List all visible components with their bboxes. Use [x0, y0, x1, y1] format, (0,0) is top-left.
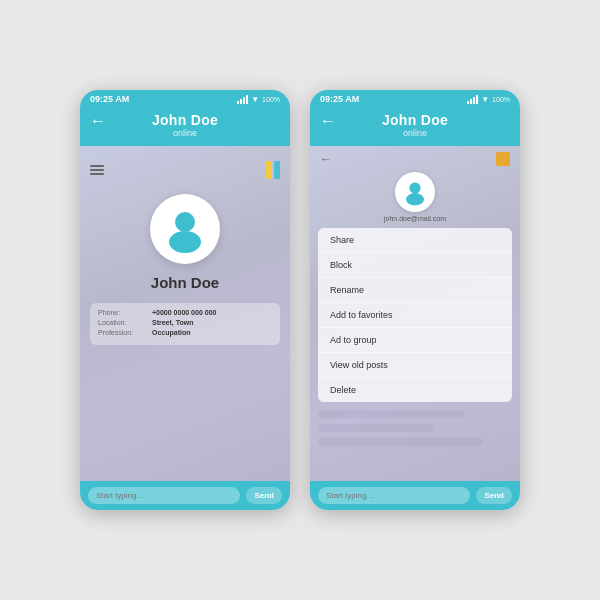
signal-icon-right	[467, 95, 478, 104]
svg-point-0	[175, 212, 195, 232]
content-left: John Doe Phone: +0000 0000 000 000 Locat…	[80, 146, 290, 481]
menu-item-rename[interactable]: Rename	[318, 278, 512, 303]
contact-content: John Doe Phone: +0000 0000 000 000 Locat…	[80, 146, 290, 481]
status-icons-left: ▼ 100%	[237, 95, 280, 104]
contact-info-left: Phone: +0000 0000 000 000 Location: Stre…	[90, 303, 280, 345]
message-input-left[interactable]	[88, 487, 240, 504]
bottom-bar-right: Send	[310, 481, 520, 510]
chat-line-3	[318, 438, 483, 446]
menu-item-share[interactable]: Share	[318, 228, 512, 253]
header-right: ← John Doe online	[310, 108, 520, 146]
chat-line-2	[318, 424, 434, 432]
status-bar-right: 09:25 AM ▼ 100%	[310, 90, 520, 108]
header-status-right: online	[320, 128, 510, 138]
send-button-right[interactable]: Send	[476, 487, 512, 504]
status-bar-left: 09:25 AM ▼ 100%	[80, 90, 290, 108]
header-status-left: online	[90, 128, 280, 138]
menu-item-block[interactable]: Block	[318, 253, 512, 278]
avatar-silhouette-left	[160, 204, 210, 254]
avatar-right	[395, 172, 435, 212]
message-input-right[interactable]	[318, 487, 470, 504]
hamburger-icon[interactable]	[90, 165, 104, 175]
header-name-left: John Doe	[90, 112, 280, 128]
menu-content: ← john.doe@mail.com Share	[310, 146, 520, 481]
svg-point-1	[169, 231, 201, 253]
menu-top-bar: ←	[310, 146, 520, 172]
info-row-location: Location: Street, Town	[98, 319, 272, 326]
phone-right: 09:25 AM ▼ 100% ← John Doe online	[310, 90, 520, 510]
phone-label: Phone:	[98, 309, 148, 316]
status-time-right: 09:25 AM	[320, 94, 359, 104]
header-name-right: John Doe	[320, 112, 510, 128]
avatar-email: john.doe@mail.com	[384, 215, 446, 222]
profession-value: Occupation	[152, 329, 191, 336]
svg-point-3	[406, 193, 424, 205]
blurred-chat	[310, 402, 520, 481]
content-right: ← john.doe@mail.com Share	[310, 146, 520, 481]
info-row-phone: Phone: +0000 0000 000 000	[98, 309, 272, 316]
battery-label-left: 100%	[262, 96, 280, 103]
color-bar-teal	[274, 161, 280, 179]
app-container: 09:25 AM ▼ 100% ← John Doe online	[80, 90, 520, 510]
wifi-icon-right: ▼	[481, 95, 489, 104]
wifi-icon-left: ▼	[251, 95, 259, 104]
info-row-profession: Profession: Occupation	[98, 329, 272, 336]
back-arrow-right[interactable]: ←	[320, 152, 332, 166]
header-left: ← John Doe online	[80, 108, 290, 146]
svg-point-2	[409, 182, 420, 193]
menu-item-delete[interactable]: Delete	[318, 378, 512, 402]
location-value: Street, Town	[152, 319, 193, 326]
avatar-small-wrapper: john.doe@mail.com	[310, 172, 520, 228]
avatar-silhouette-right	[401, 178, 429, 206]
menu-item-view-old[interactable]: View old posts	[318, 353, 512, 378]
battery-label-right: 100%	[492, 96, 510, 103]
bottom-bar-left: Send	[80, 481, 290, 510]
location-label: Location:	[98, 319, 148, 326]
color-bars-right	[496, 152, 510, 166]
send-button-left[interactable]: Send	[246, 487, 282, 504]
top-bar-left	[90, 161, 280, 179]
menu-item-ad-group[interactable]: Ad to group	[318, 328, 512, 353]
color-bars-left	[266, 161, 280, 179]
status-icons-right: ▼ 100%	[467, 95, 510, 104]
context-menu: Share Block Rename Add to favorites Ad t…	[318, 228, 512, 402]
color-bar-orange	[496, 152, 510, 166]
signal-icon-left	[237, 95, 248, 104]
phone-left: 09:25 AM ▼ 100% ← John Doe online	[80, 90, 290, 510]
contact-name-left: John Doe	[151, 274, 219, 291]
chat-line-1	[318, 410, 464, 418]
phone-value: +0000 0000 000 000	[152, 309, 216, 316]
menu-item-add-favorites[interactable]: Add to favorites	[318, 303, 512, 328]
avatar-left	[150, 194, 220, 264]
status-time-left: 09:25 AM	[90, 94, 129, 104]
profession-label: Profession:	[98, 329, 148, 336]
color-bar-yellow	[266, 161, 272, 179]
